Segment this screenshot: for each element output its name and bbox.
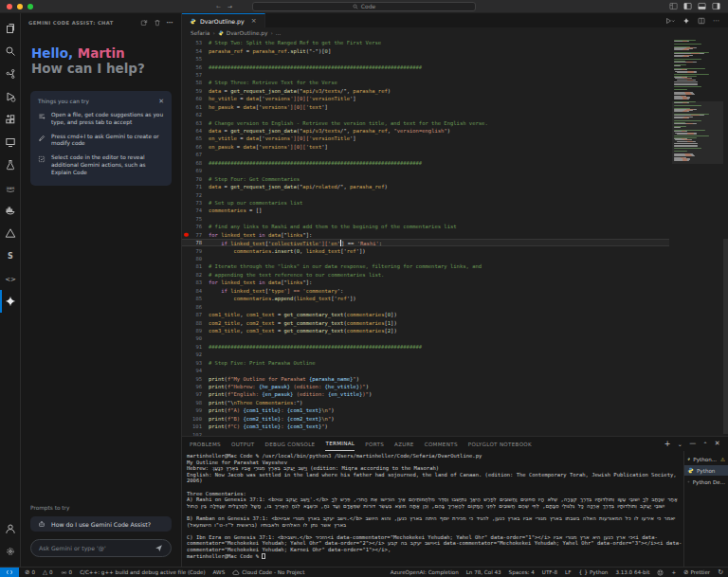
breadcrumb-symbol[interactable]: ... — [276, 30, 282, 36]
code-line[interactable]: 88com2_title, com2_text = get_commentary… — [182, 318, 669, 326]
terminal-list-item[interactable]: Python De... — [684, 477, 728, 487]
status-item-python[interactable]: { }Python — [578, 569, 608, 575]
code-line[interactable]: 76# find any links to Rashi and add them… — [182, 223, 669, 230]
new-chat-icon[interactable] — [140, 19, 148, 27]
code-line[interactable]: 93# Step Five: Print Parasha Outline — [182, 359, 669, 367]
code-line[interactable]: 92 — [182, 351, 669, 358]
code-line[interactable]: 82# appending the text reference to our … — [182, 271, 669, 279]
command-center-search[interactable]: Code — [252, 2, 476, 11]
status-item-0[interactable]: △0 — [43, 569, 53, 576]
status-item-spaces-4[interactable]: Spaces: 4 — [509, 569, 535, 575]
code-line[interactable]: 101print(f"C) {com3_title}: {com3_text}"… — [182, 423, 669, 430]
code-line[interactable]: 78 if linked_text['collectiveTitle']['en… — [182, 239, 669, 246]
gemini-sparkle-icon[interactable] — [682, 17, 690, 25]
code-line[interactable]: 96print(f"Hebrew: {he_pasuk} (edition: {… — [182, 383, 669, 390]
code-line[interactable]: 84 if linked_text['type'] == 'commentary… — [182, 287, 669, 295]
code-line[interactable]: 102 — [182, 430, 669, 436]
close-icon[interactable]: ✕ — [158, 98, 164, 105]
panel-tab-terminal[interactable]: TERMINAL — [325, 437, 355, 451]
explorer-icon[interactable] — [0, 17, 21, 40]
history-back-icon[interactable]: ← — [216, 4, 221, 9]
panel-tab-output[interactable]: OUTPUT — [231, 437, 255, 451]
code-line[interactable]: 86 — [182, 302, 669, 310]
code-line[interactable]: 54parasha_ref = parasha_ref.split("-")[0… — [182, 46, 669, 54]
panel-tab-azure[interactable]: AZURE — [394, 437, 414, 451]
code-line[interactable]: 67 — [182, 151, 669, 158]
panel-tab-comments[interactable]: COMMENTS — [425, 437, 458, 451]
panel-minimize-icon[interactable]: — — [689, 441, 696, 447]
terminal-list-item[interactable]: Python — [684, 465, 728, 476]
panel-tab-polyglot-notebook[interactable]: POLYGLOT NOTEBOOK — [468, 437, 532, 451]
breakpoint-icon[interactable] — [184, 232, 189, 237]
status-item-cloud-code-no-project[interactable]: Cloud Code - No Project — [232, 569, 304, 576]
code-line[interactable]: 98print("\nThree Commentaries:") — [182, 399, 669, 406]
terminal-profile-chevron-icon[interactable]: ⌄ — [678, 442, 682, 447]
aws-icon[interactable]: aws — [0, 176, 21, 199]
triangle-a-icon[interactable] — [0, 222, 21, 244]
code-line[interactable]: 69 — [182, 167, 669, 174]
code-line[interactable]: 60he_vtitle = data['versions'][0]['versi… — [182, 95, 669, 102]
status-item-lf[interactable]: LF — [565, 569, 571, 575]
maximize-window-button[interactable] — [27, 4, 33, 9]
status-item-ln-78-col-43[interactable]: Ln 78, Col 43 — [466, 569, 501, 575]
status-item-0[interactable]: 0 — [61, 569, 73, 576]
settings-gear-icon[interactable] — [0, 540, 21, 563]
panel-maximize-icon[interactable]: ⌃ — [703, 442, 708, 447]
status-item-utf-8[interactable]: UTF-8 — [542, 569, 557, 575]
remote-explorer-icon[interactable] — [0, 131, 21, 153]
panel-tab-problems[interactable]: PROBLEMS — [190, 437, 221, 451]
status-item-smiley[interactable] — [657, 569, 664, 576]
s-extension-icon[interactable]: S — [0, 244, 21, 267]
status-item-sync[interactable]: ↻ — [718, 569, 723, 576]
more-actions-icon[interactable]: ⋯ — [167, 19, 173, 27]
code-line[interactable]: 99print(f"A) {com1_title}: {com1_text}\n… — [182, 406, 669, 414]
code-line[interactable]: 62 — [182, 111, 669, 118]
code-line[interactable]: 100print(f"B) {com2_title}: {com2_text}\… — [182, 415, 669, 423]
minimap-viewport[interactable] — [672, 101, 723, 164]
close-tab-icon[interactable]: × — [251, 17, 257, 25]
code-line[interactable]: 55 — [182, 55, 669, 63]
code-line[interactable]: 83for linked_text in data["links"]: — [182, 279, 669, 286]
history-forward-icon[interactable]: → — [228, 4, 232, 9]
code-line[interactable]: 73# Set up our commentaries list — [182, 199, 669, 207]
toggle-primary-sidebar-icon[interactable] — [683, 2, 692, 10]
status-item-prettier[interactable]: ⊘Prettier — [683, 569, 710, 576]
new-terminal-icon[interactable]: + — [664, 441, 671, 448]
code-line[interactable]: 71data = get_request_json_data("api/rela… — [182, 183, 669, 190]
code-line[interactable]: 87com1_title, com1_text = get_commentary… — [182, 311, 669, 318]
code-line[interactable]: 72 — [182, 190, 669, 198]
terminal-output[interactable]: martinheller@Mac Code % /usr/local/bin/p… — [182, 451, 683, 567]
code-line[interactable]: 74commentaries = [] — [182, 207, 669, 214]
test-beaker-icon[interactable] — [0, 153, 21, 176]
code-line[interactable]: 57 — [182, 71, 669, 79]
remote-indicator[interactable] — [0, 568, 19, 577]
panel-close-icon[interactable]: ✕ — [715, 441, 720, 447]
send-icon[interactable] — [155, 544, 163, 552]
panel-tab-ports[interactable]: PORTS — [365, 437, 384, 451]
code-line[interactable]: 66en_pasuk = data['versions'][0]['text'] — [182, 143, 669, 151]
code-line[interactable]: 95print(f"My Outline for Parashat {paras… — [182, 374, 669, 382]
minimize-window-button[interactable] — [17, 4, 23, 9]
source-control-icon[interactable] — [0, 63, 21, 85]
breadcrumb[interactable]: Sefaria › DvarOutline.py › ... — [182, 27, 728, 38]
prompt-suggestion-button[interactable]: How do I use Gemini Code Assist? — [30, 516, 172, 532]
code-line[interactable]: 68######################################… — [182, 159, 669, 167]
code-line[interactable]: 75 — [182, 215, 669, 223]
run-debug-icon[interactable] — [0, 85, 21, 108]
terminal-list-item[interactable]: Python...⚠ — [684, 454, 728, 464]
status-item-3-13-0-64-bit[interactable]: 3.13.0 64-bit — [615, 569, 649, 575]
status-item-[interactable]: + — [671, 569, 676, 575]
toggle-panel-icon[interactable] — [698, 2, 706, 10]
code-line[interactable]: 91######################################… — [182, 343, 669, 351]
code-line[interactable]: 58# Step Three: Retrieve Text for the Ve… — [182, 79, 669, 86]
code-line[interactable]: 89com3_title, com3_text = get_commentary… — [182, 327, 669, 334]
code-line[interactable]: 65en_vtitle = data['versions'][0]['versi… — [182, 135, 669, 142]
code-line[interactable]: 80 — [182, 255, 669, 262]
breadcrumb-file[interactable]: DvarOutline.py — [227, 30, 268, 36]
extensions-icon[interactable] — [0, 108, 21, 131]
code-line[interactable]: 81# Iterate through the "links" in our d… — [182, 262, 669, 270]
run-python-file-icon[interactable] — [665, 17, 675, 25]
code-line[interactable]: 70# Step Four: Get Commentaries — [182, 174, 669, 182]
code-line[interactable]: 53# Step Two: Split the Ranged Ref to ge… — [182, 39, 669, 46]
status-item-azureopenai-completion[interactable]: AzureOpenAI: Completion — [391, 569, 459, 575]
